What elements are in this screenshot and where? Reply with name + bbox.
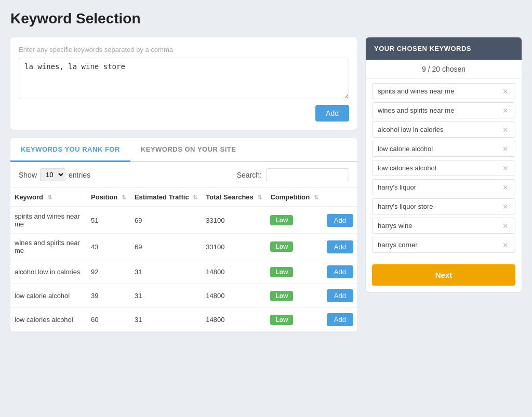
chosen-item: harry's liquor ✕ — [372, 179, 515, 195]
col-competition: Competition ⇅ — [266, 188, 322, 207]
chosen-item: harrys corner ✕ — [372, 237, 515, 253]
cell-action: Add — [323, 308, 357, 332]
remove-keyword-button[interactable]: ✕ — [501, 145, 510, 153]
cell-position: 92 — [87, 260, 130, 284]
add-row-button[interactable]: Add — [327, 313, 353, 326]
cell-competition: Low — [266, 284, 322, 308]
next-button[interactable]: Next — [372, 264, 515, 286]
cell-traffic: 31 — [130, 260, 202, 284]
table-controls: Show 10 25 50 entries Search: — [10, 162, 357, 187]
cell-competition: Low — [266, 308, 322, 332]
chosen-item: harry's liquor store ✕ — [372, 198, 515, 214]
cell-traffic: 31 — [130, 284, 202, 308]
cell-position: 43 — [87, 234, 130, 260]
competition-badge: Low — [270, 241, 293, 252]
cell-traffic: 69 — [130, 234, 202, 260]
remove-keyword-button[interactable]: ✕ — [501, 126, 510, 133]
search-box: Search: — [237, 168, 349, 181]
keywords-input[interactable]: la wines, la wine store — [19, 58, 349, 99]
entries-label: entries — [69, 171, 90, 179]
col-keyword: Keyword ⇅ — [10, 188, 87, 207]
col-searches: Total Searches ⇅ — [202, 188, 266, 207]
remove-keyword-button[interactable]: ✕ — [501, 222, 510, 230]
chosen-item: spirits and wines near me ✕ — [372, 83, 515, 99]
sort-traffic-icon[interactable]: ⇅ — [193, 194, 197, 201]
col-action — [323, 188, 357, 207]
cell-position: 51 — [87, 207, 130, 234]
chosen-header: YOUR CHOSEN KEYWORDS — [366, 37, 522, 60]
cell-keyword: alcohol low in calories — [10, 260, 87, 284]
show-entries-control: Show 10 25 50 entries — [19, 168, 90, 181]
cell-competition: Low — [266, 207, 322, 234]
cell-keyword: spirits and wines near me — [10, 207, 87, 234]
chosen-item: harrys wine ✕ — [372, 218, 515, 234]
remove-keyword-button[interactable]: ✕ — [501, 203, 510, 210]
cell-searches: 14800 — [202, 284, 266, 308]
remove-keyword-button[interactable]: ✕ — [501, 165, 510, 172]
cell-action: Add — [323, 260, 357, 284]
cell-competition: Low — [266, 260, 322, 284]
chosen-keywords-card: YOUR CHOSEN KEYWORDS 9 / 20 chosen spiri… — [366, 37, 522, 292]
search-input[interactable] — [266, 168, 349, 181]
cell-searches: 33100 — [202, 234, 266, 260]
cell-action: Add — [323, 207, 357, 234]
sort-searches-icon[interactable]: ⇅ — [257, 194, 262, 201]
chosen-item-text: spirits and wines near me — [378, 87, 454, 95]
chosen-item: wines and spirits near me ✕ — [372, 102, 515, 118]
table-row: alcohol low in calories 92 31 14800 Low … — [10, 260, 357, 284]
search-label: Search: — [237, 171, 262, 179]
cell-searches: 14800 — [202, 308, 266, 332]
chosen-item-text: harrys wine — [378, 222, 412, 230]
table-row: low calories alcohol 60 31 14800 Low Add — [10, 308, 357, 332]
remove-keyword-button[interactable]: ✕ — [501, 241, 510, 249]
show-label: Show — [19, 171, 37, 179]
add-row-button[interactable]: Add — [327, 289, 353, 302]
competition-badge: Low — [270, 291, 293, 301]
chosen-item: low calories alcohol ✕ — [372, 160, 515, 176]
cell-competition: Low — [266, 234, 322, 260]
tab-keywords-site[interactable]: KEYWORDS ON YOUR SITE — [130, 138, 247, 162]
chosen-item-text: harry's liquor — [378, 183, 416, 191]
sort-position-icon[interactable]: ⇅ — [122, 194, 126, 201]
competition-badge: Low — [270, 315, 293, 325]
competition-badge: Low — [270, 215, 293, 225]
tab-header: KEYWORDS YOU RANK FOR KEYWORDS ON YOUR S… — [10, 138, 357, 162]
keywords-table: Keyword ⇅ Position ⇅ Estimated Traffic ⇅… — [10, 187, 357, 332]
cell-keyword: low calorie alcohol — [10, 284, 87, 308]
input-card: Enter any specific keywords separated by… — [10, 37, 357, 130]
remove-keyword-button[interactable]: ✕ — [501, 88, 510, 95]
cell-traffic: 31 — [130, 308, 202, 332]
col-position: Position ⇅ — [87, 188, 130, 207]
chosen-item: low calorie alcohol ✕ — [372, 141, 515, 157]
cell-searches: 14800 — [202, 260, 266, 284]
add-row-button[interactable]: Add — [327, 240, 353, 253]
add-row-button[interactable]: Add — [327, 214, 353, 227]
input-label: Enter any specific keywords separated by… — [19, 46, 349, 53]
remove-keyword-button[interactable]: ✕ — [501, 107, 510, 114]
tabs-card: KEYWORDS YOU RANK FOR KEYWORDS ON YOUR S… — [10, 138, 357, 332]
chosen-item: alcohol low in calories ✕ — [372, 122, 515, 138]
table-row: wines and spirits near me 43 69 33100 Lo… — [10, 234, 357, 260]
add-row-button[interactable]: Add — [327, 265, 353, 278]
chosen-count: 9 / 20 chosen — [366, 60, 522, 79]
cell-action: Add — [323, 234, 357, 260]
cell-position: 60 — [87, 308, 130, 332]
sort-competition-icon[interactable]: ⇅ — [314, 194, 318, 201]
chosen-item-text: alcohol low in calories — [378, 126, 443, 133]
chosen-item-text: low calories alcohol — [378, 164, 436, 172]
table-row: spirits and wines near me 51 69 33100 Lo… — [10, 207, 357, 234]
entries-select[interactable]: 10 25 50 — [40, 168, 65, 181]
cell-searches: 33100 — [202, 207, 266, 234]
remove-keyword-button[interactable]: ✕ — [501, 184, 510, 191]
chosen-item-text: wines and spirits near me — [378, 106, 454, 114]
tab-keywords-rank[interactable]: KEYWORDS YOU RANK FOR — [10, 138, 130, 162]
page-title: Keyword Selection — [10, 10, 522, 27]
cell-keyword: low calories alcohol — [10, 308, 87, 332]
chosen-item-text: harrys corner — [378, 241, 418, 249]
cell-traffic: 69 — [130, 207, 202, 234]
sort-keyword-icon[interactable]: ⇅ — [47, 194, 52, 201]
table-row: low calorie alcohol 39 31 14800 Low Add — [10, 284, 357, 308]
left-panel: Enter any specific keywords separated by… — [10, 37, 357, 332]
add-keywords-button[interactable]: Add — [315, 105, 349, 122]
chosen-item-text: low calorie alcohol — [378, 145, 433, 153]
